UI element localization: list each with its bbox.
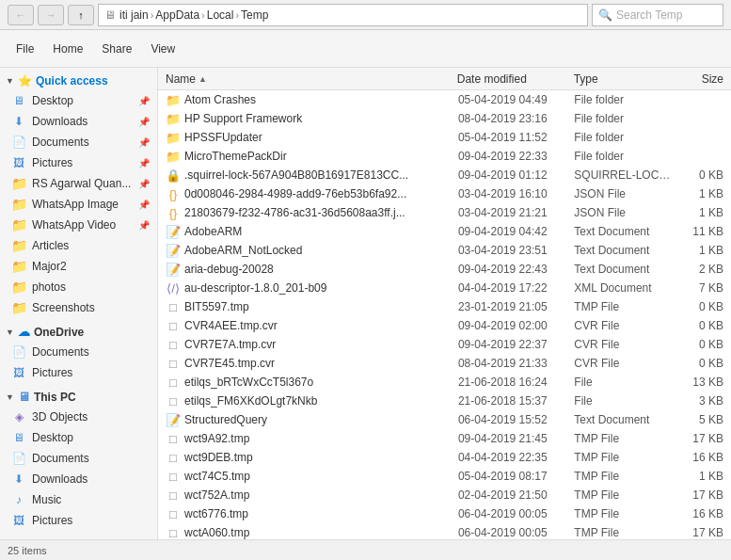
item-count: 25 items bbox=[8, 545, 47, 556]
sidebar-item-screenshots[interactable]: 📁 Screenshots bbox=[0, 297, 157, 318]
sidebar-item-whatsapp-image[interactable]: 📁 WhatsApp Image 📌 bbox=[0, 194, 157, 215]
folder-icon-articles: 📁 bbox=[11, 238, 26, 253]
tmp-icon: □ bbox=[166, 299, 181, 314]
file-date: 08-04-2019 21:33 bbox=[458, 357, 574, 370]
table-row[interactable]: □ BIT5597.tmp 23-01-2019 21:05 TMP File … bbox=[158, 297, 731, 316]
crumb-temp[interactable]: Temp bbox=[241, 8, 268, 22]
table-row[interactable]: {} 0d008046-2984-4989-add9-76eb53b6fa92.… bbox=[158, 184, 731, 203]
sidebar-item-od-documents[interactable]: 📄 Documents bbox=[0, 342, 157, 362]
table-row[interactable]: □ wct6776.tmp 06-04-2019 00:05 TMP File … bbox=[158, 504, 731, 523]
file-name: StructuredQuery bbox=[184, 413, 458, 426]
folder-icon-photos: 📁 bbox=[11, 280, 26, 295]
file-size: 1 KB bbox=[674, 187, 723, 200]
sidebar-item-rs-agarwal[interactable]: 📁 RS Agarwal Quan... 📌 bbox=[0, 173, 157, 194]
table-row[interactable]: □ etilqs_bRTcWxCcT5l367o 21-06-2018 16:2… bbox=[158, 373, 731, 392]
crumb-local[interactable]: Local bbox=[207, 8, 234, 22]
sidebar-label-screenshots: Screenshots bbox=[32, 301, 95, 314]
share-tab[interactable]: Share bbox=[93, 35, 140, 63]
table-row[interactable]: 📝 AdobeARM 09-04-2019 04:42 Text Documen… bbox=[158, 222, 731, 241]
file-date: 04-04-2019 22:35 bbox=[458, 451, 574, 464]
sidebar-item-desktop[interactable]: 🖥 Desktop 📌 bbox=[0, 90, 157, 111]
table-row[interactable]: ⟨/⟩ au-descriptor-1.8.0_201-b09 04-04-20… bbox=[158, 279, 731, 297]
search-placeholder: Search Temp bbox=[616, 8, 682, 22]
table-row[interactable]: {} 21803679-f232-4786-ac31-36d5608aa3ff.… bbox=[158, 203, 731, 222]
3d-icon: ◈ bbox=[11, 409, 26, 424]
file-date: 02-04-2019 21:50 bbox=[458, 488, 574, 502]
view-tab[interactable]: View bbox=[142, 35, 183, 63]
sidebar-item-od-pictures[interactable]: 🖼 Pictures bbox=[0, 362, 157, 383]
table-row[interactable]: □ wctA060.tmp 06-04-2019 00:05 TMP File … bbox=[158, 523, 731, 539]
sidebar-item-downloads[interactable]: ⬇ Downloads 📌 bbox=[0, 111, 157, 132]
file-size: 17 KB bbox=[674, 488, 723, 502]
col-header-size[interactable]: Size bbox=[674, 72, 723, 86]
table-row[interactable]: 📁 HP Support Framework 08-04-2019 23:16 … bbox=[158, 109, 731, 128]
file-tab[interactable]: File bbox=[8, 35, 42, 63]
file-name: MicroThemePackDir bbox=[184, 150, 458, 163]
sidebar-item-downloads-pc[interactable]: ⬇ Downloads bbox=[0, 469, 157, 489]
sidebar-item-pictures-pc[interactable]: 🖼 Pictures bbox=[0, 510, 157, 531]
back-button[interactable]: ← bbox=[8, 5, 34, 25]
file-name: AdobeARM_NotLocked bbox=[184, 244, 458, 257]
up-button[interactable]: ↑ bbox=[68, 5, 94, 25]
sidebar-item-music[interactable]: ♪ Music bbox=[0, 489, 157, 510]
crumb-iti[interactable]: iti jain bbox=[119, 8, 149, 22]
file-date: 05-04-2019 04:49 bbox=[458, 93, 574, 106]
search-box[interactable]: 🔍 Search Temp bbox=[592, 4, 723, 26]
table-row[interactable]: 📁 HPSSFUpdater 05-04-2019 11:52 File fol… bbox=[158, 128, 731, 147]
cvr-icon: □ bbox=[166, 318, 181, 333]
col-header-date[interactable]: Date modified bbox=[457, 72, 574, 86]
sidebar-item-pictures[interactable]: 🖼 Pictures 📌 bbox=[0, 152, 157, 173]
table-row[interactable]: □ wct9DEB.tmp 04-04-2019 22:35 TMP File … bbox=[158, 448, 731, 467]
col-header-name[interactable]: Name ▲ bbox=[166, 72, 457, 86]
tmp-icon: □ bbox=[166, 506, 181, 521]
sidebar-item-whatsapp-video[interactable]: 📁 WhatsApp Video 📌 bbox=[0, 215, 157, 235]
sidebar-section-quick-access[interactable]: ▼ ⭐ Quick access bbox=[0, 72, 157, 90]
sidebar-item-desktop-pc[interactable]: 🖥 Desktop bbox=[0, 427, 157, 448]
table-row[interactable]: 📝 StructuredQuery 06-04-2019 15:52 Text … bbox=[158, 410, 731, 429]
home-tab[interactable]: Home bbox=[44, 35, 91, 63]
sidebar-label-pictures: Pictures bbox=[32, 156, 72, 169]
file-name: AdobeARM bbox=[184, 225, 458, 238]
sidebar-label-od-pics: Pictures bbox=[32, 366, 72, 379]
quick-access-label: Quick access bbox=[36, 74, 108, 88]
thispc-icon: 🖥 bbox=[18, 390, 30, 404]
crumb-appdata[interactable]: AppData bbox=[155, 8, 199, 22]
table-row[interactable]: □ etilqs_FM6XKdOLgt7kNkb 21-06-2018 15:3… bbox=[158, 392, 731, 410]
address-bar[interactable]: 🖥 iti jain › AppData › Local › Temp bbox=[98, 4, 588, 26]
file-size: 13 KB bbox=[674, 376, 723, 389]
table-row[interactable]: □ wct9A92.tmp 09-04-2019 21:45 TMP File … bbox=[158, 429, 731, 448]
sidebar-section-thispc[interactable]: ▼ 🖥 This PC bbox=[0, 387, 157, 407]
pin-icon-7: 📌 bbox=[138, 220, 150, 231]
col-header-type[interactable]: Type bbox=[574, 72, 674, 86]
title-bar: ← → ↑ 🖥 iti jain › AppData › Local › Tem… bbox=[0, 0, 731, 30]
table-row[interactable]: 📁 Atom Crashes 05-04-2019 04:49 File fol… bbox=[158, 90, 731, 109]
file-type: CVR File bbox=[574, 357, 674, 370]
sidebar-item-documents-pc[interactable]: 📄 Documents bbox=[0, 448, 157, 469]
pictures-icon: 🖼 bbox=[11, 155, 26, 170]
sidebar-item-3d-objects[interactable]: ◈ 3D Objects bbox=[0, 407, 157, 427]
table-row[interactable]: 📝 AdobeARM_NotLocked 03-04-2019 23:51 Te… bbox=[158, 241, 731, 260]
sidebar-item-photos[interactable]: 📁 photos bbox=[0, 277, 157, 297]
table-row[interactable]: 🔒 .squirrel-lock-567A904B80B16917E813CC.… bbox=[158, 166, 731, 184]
file-size: 0 KB bbox=[674, 338, 723, 351]
sidebar-item-major2[interactable]: 📁 Major2 bbox=[0, 256, 157, 277]
file-type: TMP File bbox=[574, 488, 674, 502]
sidebar-section-onedrive[interactable]: ▼ ☁ OneDrive bbox=[0, 322, 157, 342]
table-row[interactable]: □ wct752A.tmp 02-04-2019 21:50 TMP File … bbox=[158, 486, 731, 504]
table-row[interactable]: 📝 aria-debug-20028 09-04-2019 22:43 Text… bbox=[158, 260, 731, 279]
folder-icon: 📁 bbox=[166, 149, 181, 164]
file-type: Text Document bbox=[574, 225, 674, 238]
table-row[interactable]: □ CVR7E45.tmp.cvr 08-04-2019 21:33 CVR F… bbox=[158, 354, 731, 373]
table-row[interactable]: □ CVR7E7A.tmp.cvr 09-04-2019 22:37 CVR F… bbox=[158, 335, 731, 354]
forward-button[interactable]: → bbox=[38, 5, 64, 25]
table-row[interactable]: □ CVR4AEE.tmp.cvr 09-04-2019 02:00 CVR F… bbox=[158, 316, 731, 335]
file-type: TMP File bbox=[574, 470, 674, 483]
file-date: 04-04-2019 17:22 bbox=[458, 281, 574, 295]
sidebar-item-articles[interactable]: 📁 Articles bbox=[0, 235, 157, 256]
sidebar-item-documents[interactable]: 📄 Documents 📌 bbox=[0, 132, 157, 152]
table-row[interactable]: □ wct74C5.tmp 05-04-2019 08:17 TMP File … bbox=[158, 467, 731, 486]
file-date: 09-04-2019 22:33 bbox=[458, 150, 574, 163]
sidebar-label-photos: photos bbox=[32, 280, 66, 294]
thispc-label: This PC bbox=[34, 391, 76, 404]
table-row[interactable]: 📁 MicroThemePackDir 09-04-2019 22:33 Fil… bbox=[158, 147, 731, 166]
